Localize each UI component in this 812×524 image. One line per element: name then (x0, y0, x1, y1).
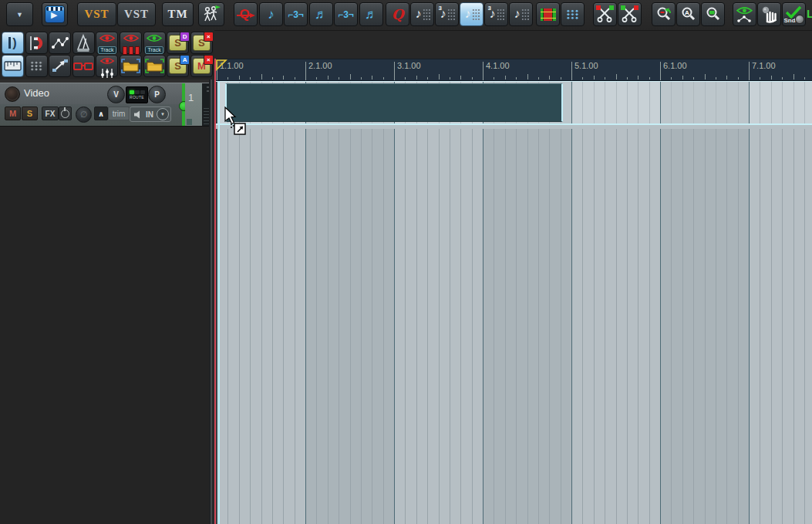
quantize-off-button[interactable]: Q (234, 2, 258, 26)
vst-button-2[interactable]: VST (117, 2, 156, 26)
item-fades-button[interactable] (536, 2, 560, 26)
track-lane[interactable] (216, 82, 812, 123)
quantize-settings-button[interactable]: Q (386, 2, 409, 26)
solo-defeat-button[interactable]: SD (167, 32, 189, 54)
envelope-points-button[interactable] (49, 32, 71, 54)
ruler-tick (516, 77, 517, 79)
razor-edit-button[interactable] (72, 55, 95, 77)
record-arm-button[interactable] (5, 86, 20, 102)
triplet-icon: ⌐3¬ (338, 9, 354, 20)
video-window-button[interactable]: ▶ (42, 2, 68, 26)
dbar-icon: ) (8, 37, 16, 49)
hand-scroll-button[interactable] (757, 2, 781, 26)
ruler-tick (272, 77, 273, 79)
snap-magnet-button[interactable] (25, 32, 48, 54)
trim-mode-button[interactable]: trim (108, 106, 130, 120)
beat-line (549, 129, 550, 524)
grid-note-button-1[interactable]: ♪ (410, 2, 434, 26)
lane-top-edge (216, 81, 812, 82)
triplet-8th-button[interactable]: ⌐3¬ (284, 2, 308, 26)
timeline-ruler[interactable]: 1.1.002.1.003.1.004.1.005.1.006.1.007.1.… (216, 59, 812, 81)
arrange-background[interactable] (216, 129, 812, 524)
unmute-all-button[interactable]: M× (190, 55, 213, 77)
beat-line (361, 129, 362, 524)
snd-button[interactable]: Snd (782, 2, 806, 26)
note-grid-icon: ♪ (463, 7, 480, 22)
beat-line (582, 129, 583, 524)
show-items-red-button[interactable] (120, 32, 142, 54)
ruler-tick (616, 74, 617, 79)
vst-button-1[interactable]: VST (77, 2, 116, 26)
grid-toggle-button[interactable] (25, 55, 48, 77)
measure-shade (749, 82, 812, 123)
pan-knob[interactable]: P (148, 86, 166, 103)
beat-line (693, 129, 694, 524)
split-items-button-1[interactable] (593, 2, 617, 26)
zoom-undo-button[interactable] (652, 2, 676, 26)
grid-note-button-2[interactable]: ♪ (460, 2, 483, 26)
eye-icon (99, 32, 116, 46)
mixer-visibility-button[interactable] (96, 55, 118, 77)
beat-line (726, 129, 727, 524)
zoom-selection-icon (705, 6, 722, 23)
beat-line (804, 129, 805, 524)
note8-icon: ♪ (268, 7, 275, 22)
tm-button[interactable]: TM (162, 2, 194, 26)
video-media-item[interactable] (225, 83, 563, 122)
grid-note-button-3[interactable]: ♪ (509, 2, 533, 26)
performers-button[interactable] (198, 2, 224, 26)
colorbars-icon (541, 8, 556, 21)
show-track-green-button[interactable]: Track (143, 32, 166, 54)
split-items-button-2[interactable] (618, 2, 642, 26)
grid-blue-button[interactable] (561, 2, 585, 26)
note-16th-button[interactable]: ♬ (309, 2, 333, 26)
beat-line (616, 129, 617, 524)
ruler-label: 6.1.00 (663, 61, 687, 70)
note-32nd-button[interactable]: ♬ (359, 2, 383, 26)
measure-line (660, 82, 661, 123)
route-button[interactable]: ROUTE (126, 86, 148, 103)
folder-uncollapse-button[interactable] (143, 55, 166, 77)
solo-button[interactable]: S (22, 106, 38, 120)
beat-line (760, 82, 760, 123)
ruler-measure-line (749, 62, 750, 80)
pan-knob-label: P (154, 90, 160, 99)
zoom-all-button[interactable]: A (676, 2, 700, 26)
toolbar-menu-button[interactable]: ▼ (6, 2, 33, 26)
metronome-button[interactable] (72, 32, 95, 54)
ruler-options-button[interactable] (2, 55, 24, 77)
unsolo-all-button[interactable]: S× (190, 32, 213, 54)
note-8th-button[interactable]: ♪ (259, 2, 283, 26)
grid-triplet-button-2[interactable]: ♪3 (484, 2, 508, 26)
volume-knob[interactable]: V (107, 86, 125, 103)
grid-triplet-button-1[interactable]: ♪3 (435, 2, 459, 26)
input-selector[interactable]: IN ▼ (130, 106, 171, 122)
track-header-video[interactable]: Video V ROUTE P M S FX ∅ ∧ trim IN ▼ (0, 83, 214, 126)
zoom-selection-button[interactable] (701, 2, 725, 26)
fx-button[interactable]: FX (42, 106, 59, 120)
folder-collapse-button[interactable] (120, 55, 142, 77)
project-start-marker[interactable] (216, 59, 227, 71)
solo-auto-button[interactable]: SA (167, 55, 189, 77)
phase-knob[interactable]: ∅ (76, 106, 92, 123)
fx-bypass-button[interactable] (59, 106, 72, 120)
envelope-visibility-button[interactable] (733, 2, 756, 26)
beat-line (716, 129, 716, 524)
beat-line (594, 129, 595, 524)
fade-arrow-icon (52, 59, 69, 73)
envelope-icon: ∧ (98, 110, 104, 118)
envelope-button[interactable]: ∧ (94, 106, 108, 120)
eye-sliders-icon (99, 54, 116, 78)
empty-track-list[interactable] (0, 126, 209, 524)
fade-tool-button[interactable] (49, 55, 71, 77)
input-dropdown-icon[interactable]: ▼ (157, 108, 169, 120)
panel-splitter[interactable] (209, 79, 214, 524)
show-track-red-button[interactable]: Track (96, 32, 118, 54)
ruler-tick (227, 77, 228, 79)
item-edge-button[interactable]: ) (2, 32, 24, 54)
triplet-16th-button[interactable]: ⌐3¬ (334, 2, 358, 26)
ruler-tick (427, 77, 428, 79)
beat-line (594, 82, 595, 123)
track-name[interactable]: Video (24, 87, 49, 99)
mute-button[interactable]: M (5, 106, 21, 120)
